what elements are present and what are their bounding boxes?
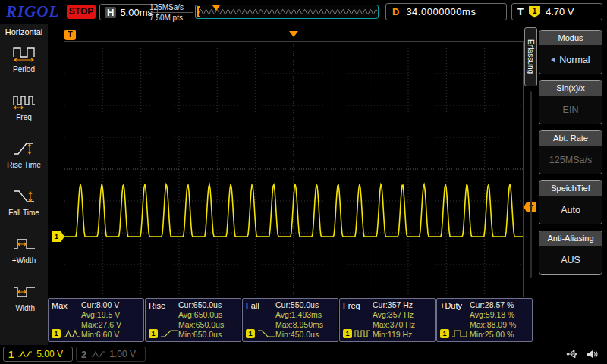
measurement-name: Freq bbox=[343, 301, 373, 310]
stat-value: 650.0us bbox=[193, 300, 222, 309]
menu-tab-erfassung: Erfassung bbox=[524, 27, 537, 86]
menu-item-anti-aliasing[interactable]: Anti-Aliasing AUS bbox=[539, 231, 602, 275]
menu-item-label: Anti-Aliasing bbox=[539, 231, 602, 246]
stat-value: 357 Hz bbox=[388, 310, 414, 319]
stat-line: Avg:650.0us bbox=[178, 310, 237, 320]
stat-line: Max:650.0us bbox=[178, 320, 237, 330]
measurement-rise[interactable]: Rise 1 Cur:650.0us Avg:650.0us Max:650.0… bbox=[145, 298, 241, 342]
sidebar-item-rise-time[interactable]: Rise Time bbox=[7, 139, 40, 169]
sidebar-item-freq[interactable]: Freq bbox=[11, 91, 37, 121]
stat-line: Avg:19.5 V bbox=[81, 310, 140, 320]
delay-box[interactable]: D 34.0000000ms bbox=[385, 3, 507, 20]
stat-line: Max:8.950ms bbox=[275, 320, 335, 330]
left-menu-title: Horizontal bbox=[5, 27, 43, 36]
channel1-status[interactable]: 1 5.00 V bbox=[3, 347, 73, 362]
stat-line: Cur:8.00 V bbox=[81, 300, 140, 310]
sidebar-item-period[interactable]: Period bbox=[11, 43, 37, 74]
stat-line: Cur:28.57 % bbox=[470, 300, 529, 310]
sidebar-item-label: Period bbox=[13, 65, 35, 74]
measurement-fall[interactable]: Fall 1 Cur:550.0us Avg:1.493ms Max:8.950… bbox=[242, 298, 338, 342]
stat-line: Max:370 Hz bbox=[373, 320, 432, 330]
delay-label: D bbox=[392, 6, 399, 17]
memory-preview-bar[interactable] bbox=[195, 5, 379, 19]
measurement-plus-duty[interactable]: +Duty 1 Cur:28.57 % Avg:59.18 % Max:88.0… bbox=[436, 298, 533, 342]
stat-label: Min: bbox=[178, 330, 193, 339]
stat-line: Cur:650.0us bbox=[178, 300, 237, 310]
channel2-status[interactable]: 2 1.00 V bbox=[76, 347, 146, 362]
channel2-scale: 1.00 V bbox=[109, 349, 136, 359]
trigger-box[interactable]: T 1 4.70 V bbox=[511, 3, 602, 20]
channel-badge: 1 bbox=[149, 329, 158, 338]
sample-rate-value: 125MSa/s bbox=[149, 2, 193, 13]
trigger-position-triangle-icon[interactable] bbox=[289, 31, 298, 37]
menu-item-label: Abt. Rate bbox=[539, 131, 602, 146]
usb-icon bbox=[566, 348, 580, 363]
stat-value: 19.5 V bbox=[97, 310, 120, 319]
meas-waveform-icon bbox=[451, 329, 470, 338]
stat-value: 357 Hz bbox=[388, 300, 413, 309]
stat-line: Max:27.6 V bbox=[81, 320, 140, 330]
stat-value: 8.950ms bbox=[293, 320, 323, 329]
trigger-position-marker[interactable]: T bbox=[64, 30, 76, 40]
stat-label: Cur: bbox=[178, 300, 193, 309]
stat-value: 650.0us bbox=[194, 310, 222, 319]
measurement-bar: Max 1 Cur:8.00 V Avg:19.5 V Max:27.6 V M… bbox=[48, 298, 532, 342]
stat-label: Avg: bbox=[178, 310, 194, 319]
meas-waveform-icon bbox=[63, 329, 81, 338]
trigger-position-preview-icon bbox=[212, 5, 220, 11]
menu-item-label: SpeichTief bbox=[539, 181, 602, 196]
trigger-level-value: 4.70 V bbox=[546, 6, 574, 17]
memory-depth-value: 7.50M pts bbox=[149, 13, 193, 23]
stat-value: 370 Hz bbox=[390, 320, 415, 329]
menu-item-value: AUS bbox=[561, 255, 580, 265]
minus-width-icon bbox=[11, 282, 37, 302]
channel-badge: 1 bbox=[440, 329, 449, 338]
stat-label: Cur: bbox=[275, 300, 291, 309]
run-state-badge: STOP bbox=[67, 5, 96, 19]
sidebar-item-minus-width[interactable]: -Width bbox=[11, 282, 37, 312]
period-icon bbox=[11, 43, 37, 63]
ch1-ground-marker[interactable]: 1 bbox=[52, 231, 64, 242]
channel1-waveform-icon bbox=[17, 350, 33, 358]
speaker-icon[interactable] bbox=[586, 348, 599, 363]
menu-item-value: Normal bbox=[559, 55, 590, 65]
stat-line: Min:25.00 % bbox=[470, 330, 529, 340]
measurement-name: Rise bbox=[149, 301, 178, 310]
window-bracket-icon bbox=[197, 6, 200, 17]
sidebar-item-fall-time[interactable]: Fall Time bbox=[8, 187, 39, 217]
channel-badge: 1 bbox=[246, 329, 255, 338]
stat-value: 650.0us bbox=[196, 320, 224, 329]
menu-item-value: Auto bbox=[561, 205, 580, 215]
stat-line: Min:6.60 V bbox=[81, 330, 140, 340]
stat-line: Avg:1.493ms bbox=[275, 310, 335, 320]
channel1-number: 1 bbox=[8, 349, 14, 360]
stat-line: Min:119 Hz bbox=[373, 330, 432, 340]
menu-item-sinx[interactable]: Sin(x)/x EIN bbox=[539, 80, 602, 124]
menu-item-memory-depth[interactable]: SpeichTief Auto bbox=[539, 180, 602, 224]
sidebar-item-label: +Width bbox=[12, 256, 36, 265]
stat-value: 88.09 % bbox=[487, 320, 517, 329]
stat-label: Max: bbox=[81, 320, 99, 329]
rise-time-icon bbox=[11, 139, 36, 158]
measurement-freq[interactable]: Freq 1 Cur:357 Hz Avg:357 Hz Max:370 Hz … bbox=[339, 298, 436, 342]
stat-line: Cur:550.0us bbox=[275, 300, 335, 310]
preview-waveform bbox=[197, 6, 377, 19]
channel2-waveform-icon bbox=[90, 350, 105, 358]
stat-value: 1.493ms bbox=[291, 310, 322, 319]
stat-value: 27.6 V bbox=[99, 320, 121, 329]
stat-value: 6.60 V bbox=[96, 330, 119, 339]
stat-value: 450.0us bbox=[291, 330, 319, 339]
delay-value: 34.0000000ms bbox=[406, 6, 476, 17]
menu-scroll-track bbox=[530, 91, 532, 278]
stat-value: 550.0us bbox=[291, 300, 319, 309]
graticule bbox=[64, 42, 523, 297]
left-measure-menu: Horizontal Period Freq Rise Time Fall Ti… bbox=[0, 24, 48, 345]
sidebar-item-plus-width[interactable]: +Width bbox=[11, 234, 37, 265]
menu-item-modus[interactable]: Modus Normal bbox=[539, 30, 602, 74]
menu-item-sample-rate[interactable]: Abt. Rate 125MSa/s bbox=[539, 130, 602, 174]
channel-badge: 1 bbox=[52, 329, 61, 338]
trigger-source-badge: 1 bbox=[529, 6, 540, 18]
stat-line: Cur:357 Hz bbox=[373, 300, 432, 310]
measurement-max[interactable]: Max 1 Cur:8.00 V Avg:19.5 V Max:27.6 V M… bbox=[48, 298, 144, 342]
trigger-label: T bbox=[517, 6, 524, 17]
